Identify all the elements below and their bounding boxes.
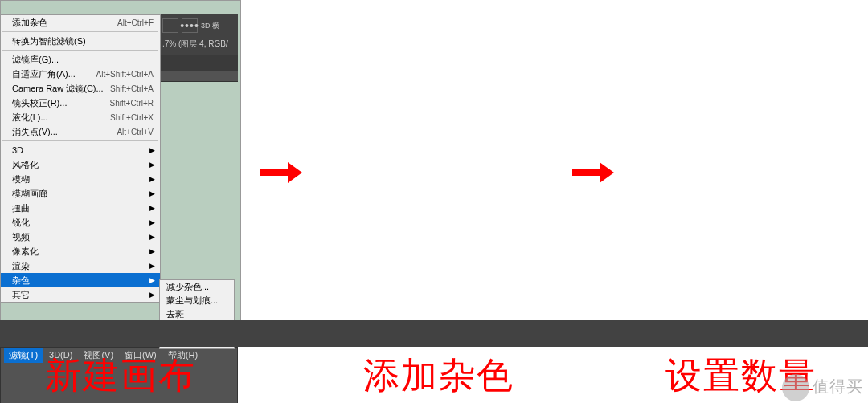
menu-filter[interactable]: 滤镜(T) <box>4 348 43 363</box>
watermark: 值得买 <box>723 374 868 403</box>
submenu-median[interactable]: 中间值... <box>160 347 234 348</box>
watermark-logo-icon <box>782 374 809 401</box>
caption-step1: 新建画布 <box>45 352 196 400</box>
arrow-icon <box>260 161 302 185</box>
watermark-text: 值得买 <box>813 377 863 395</box>
noise-submenu: 减少杂色... 蒙尘与划痕... 去斑 添加杂色... 中间值... <box>159 347 235 349</box>
caption-step2: 添加杂色 <box>363 352 514 400</box>
arrow-icon <box>572 161 614 185</box>
